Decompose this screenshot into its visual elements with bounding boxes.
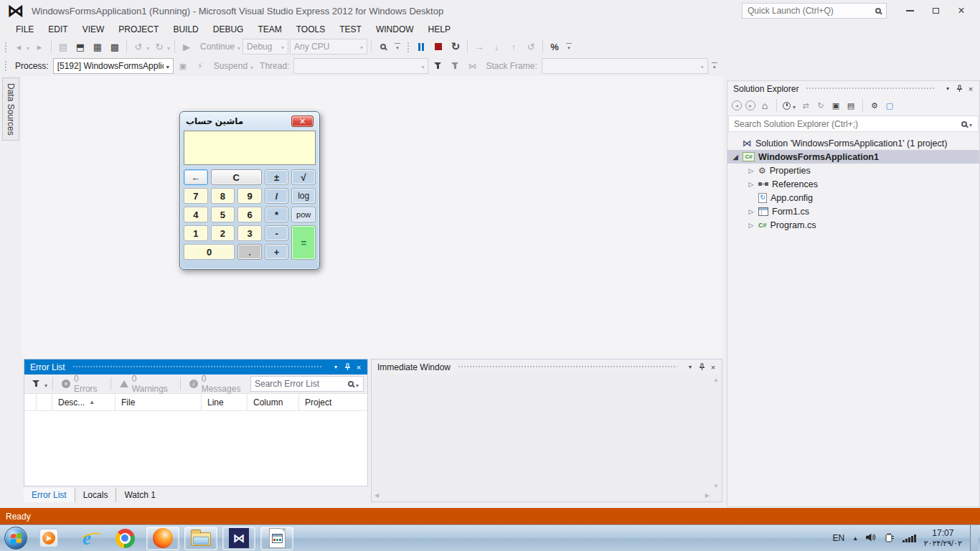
back-icon[interactable]: ◂ [732,100,742,110]
menu-debug[interactable]: DEBUG [206,23,251,36]
backspace-button[interactable]: ← [184,169,208,185]
log-button[interactable]: log [291,188,316,204]
restore-button[interactable] [924,2,947,19]
suspend-label[interactable]: Suspend [214,61,248,71]
tab-watch-1[interactable]: Watch 1 [116,488,164,502]
column-project[interactable]: Project [299,394,367,410]
tree-item-properties[interactable]: ▷ ⚙ Properties [727,164,979,177]
home-icon[interactable]: ⌂ [759,100,771,111]
drag-handle[interactable] [72,365,323,369]
taskbar-item-explorer[interactable] [184,527,217,550]
warnings-filter-button[interactable]: 0 Warnings [116,374,176,394]
continue-label[interactable]: Continue [200,42,235,52]
network-signal-icon[interactable] [903,534,916,542]
start-button[interactable] [4,527,27,550]
solution-configuration-combo[interactable]: Debug▾ [242,39,288,55]
minimize-button[interactable] [898,2,921,19]
solution-explorer-search-box[interactable]: ▾ [728,116,979,132]
plus-minus-button[interactable]: ± [265,169,289,185]
refresh-icon[interactable]: ↻ [815,100,826,111]
digit-7-button[interactable]: 7 [184,188,208,204]
solution-explorer-search-input[interactable] [734,119,958,129]
continue-icon[interactable]: ▶ [179,39,194,55]
navigate-forward-icon[interactable]: ▸ [32,39,47,55]
show-hidden-icons-button[interactable]: ▲ [852,535,858,542]
menu-file[interactable]: FILE [9,23,41,36]
messages-filter-button[interactable]: i0 Messages [185,374,248,394]
immediate-window-header[interactable]: Immediate Window ▾ × [372,359,722,375]
error-list-header[interactable]: Error List ▾ × [24,359,367,375]
sqrt-button[interactable]: √ [291,169,316,185]
step-over-icon[interactable]: ↑ [506,39,522,55]
stack-frame-combo[interactable]: ▾ [542,58,708,74]
tree-item-app-config[interactable]: ↻ App.config [727,191,979,204]
taskbar-item-visual-studio[interactable]: ⋈ [222,527,255,550]
search-icon[interactable] [961,121,967,127]
column-column[interactable]: Column [248,394,299,410]
digit-2-button[interactable]: 2 [211,225,235,241]
lightning-icon[interactable]: ⚡ [192,58,208,74]
menu-team[interactable]: TEAM [250,23,288,36]
column-file[interactable]: File [116,394,202,410]
filter-threads-icon[interactable] [430,58,446,74]
menu-view[interactable]: VIEW [75,23,112,36]
calculator-window[interactable]: ماشین حساب ✕ ← C ± √ 7 8 9 / log 4 5 6 *… [179,111,320,270]
properties-icon[interactable]: ⚙ [869,100,880,111]
language-indicator[interactable]: EN [833,533,845,543]
menu-tools[interactable]: TOOLS [289,23,332,36]
column-category[interactable] [24,394,37,410]
show-all-files-icon[interactable]: ▤ [845,100,857,111]
preview-selected-items-icon[interactable]: ▢ [884,100,895,111]
expand-arrow-icon[interactable]: ▷ [748,181,755,188]
menu-edit[interactable]: EDIT [41,23,75,36]
menu-build[interactable]: BUILD [166,23,205,36]
scroll-down-icon[interactable]: ▼ [713,484,719,489]
filter-icon[interactable] [28,376,44,392]
error-list-search-box[interactable]: ▾ [250,376,364,392]
toolbar-overflow[interactable]: ▾ [564,43,574,50]
digit-9-button[interactable]: 9 [237,188,262,204]
find-icon[interactable] [375,39,391,55]
expand-arrow-icon[interactable]: ▷ [748,167,755,174]
scroll-left-icon[interactable]: ◀ [374,493,379,499]
menu-help[interactable]: HELP [421,23,458,36]
column-severity[interactable] [37,394,52,410]
immediate-window-body[interactable]: ▲ ▼ ◀ ▶ [372,375,721,501]
clock[interactable]: 17:07 ۲۰۲۴/۲۹/۰۲ [924,528,962,549]
calculator-display[interactable] [184,131,316,165]
breakpoints-icon[interactable]: % [547,39,562,55]
close-icon[interactable]: × [707,362,719,373]
quick-launch-box[interactable] [742,3,887,19]
menu-window[interactable]: WINDOW [369,23,421,36]
error-list-search-input[interactable] [255,379,344,389]
window-position-icon[interactable]: ▾ [942,83,953,95]
save-icon[interactable]: ▦ [90,39,105,55]
show-next-statement-icon[interactable]: → [471,39,487,55]
navigate-back-icon[interactable]: ◂ [11,39,27,55]
expand-arrow-icon[interactable]: ▷ [748,222,755,229]
collapse-arrow-icon[interactable]: ◢ [732,153,739,161]
scroll-right-icon[interactable]: ▶ [705,493,710,499]
column-line[interactable]: Line [202,394,248,410]
volume-icon[interactable] [866,533,877,544]
equals-button[interactable]: = [291,225,316,260]
attach-icon[interactable]: ▣ [175,58,191,74]
calculator-close-button[interactable]: ✕ [291,116,314,127]
menu-project[interactable]: PROJECT [111,23,166,36]
search-icon[interactable] [875,8,881,14]
digit-4-button[interactable]: 4 [184,207,208,222]
restart-icon[interactable]: ↻ [448,39,463,55]
forward-icon[interactable]: ▸ [745,100,755,110]
digit-6-button[interactable]: 6 [237,207,262,222]
step-out-icon[interactable]: ↺ [523,39,539,55]
digit-1-button[interactable]: 1 [184,225,208,241]
taskbar-item-media-player[interactable]: ▶ [32,527,65,550]
multiply-button[interactable]: * [265,207,289,222]
window-position-icon[interactable]: ▾ [684,362,696,373]
show-desktop-button[interactable] [970,525,978,551]
clear-button[interactable]: C [211,169,262,185]
close-button[interactable]: × [950,2,973,19]
expand-arrow-icon[interactable]: ▷ [748,208,755,215]
drag-handle[interactable] [458,365,677,369]
divide-button[interactable]: / [265,188,289,204]
